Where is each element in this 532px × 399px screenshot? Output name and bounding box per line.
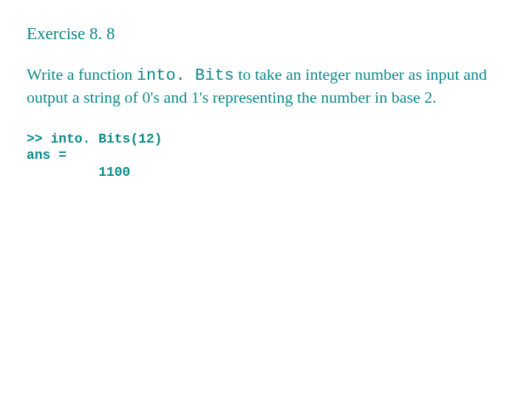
exercise-title: Exercise 8. 8 [27,24,502,44]
desc-code-inline: into. Bits [137,66,234,85]
exercise-description: Write a function into. Bits to take an i… [27,64,502,109]
code-example: >> into. Bits(12) ans = 1100 [27,131,502,181]
desc-part1: Write a function [27,65,137,83]
slide: Exercise 8. 8 Write a function into. Bit… [0,0,532,399]
